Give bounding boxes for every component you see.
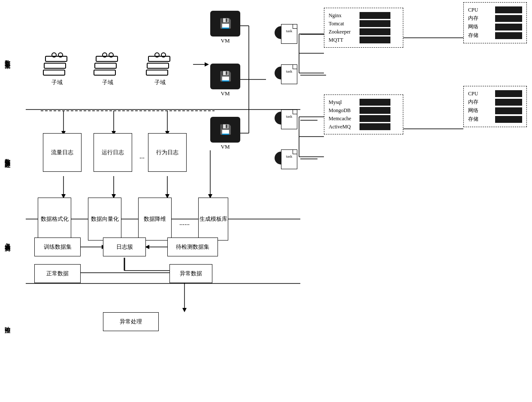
domain-label-1: 子域: [51, 79, 63, 86]
vm-label-3: VM: [221, 143, 230, 150]
metric-row-memory-2: 内存: [468, 98, 522, 106]
service-row-mongodb: MongoDB: [329, 107, 399, 114]
services-box-2: Mysql MongoDB Memcache ActiveMQ: [324, 94, 403, 134]
domain-icon-1: 子域: [43, 56, 71, 86]
label-data-preprocessing: 数据预处理: [3, 155, 11, 159]
task-icon-3: task: [275, 110, 298, 131]
vm-label-1: VM: [221, 37, 230, 44]
services-box-1: Nginx Tomcat Zookeeper MQTT: [324, 8, 403, 48]
task-icon-2: task: [275, 64, 298, 86]
vm-icon-2: 💾 VM: [210, 64, 240, 97]
service-row-activemq: ActiveMQ: [329, 123, 399, 130]
box-normal-data: 正常数据: [34, 264, 81, 283]
metric-row-memory-1: 内存: [468, 15, 522, 22]
service-row-memcache: Memcache: [329, 115, 399, 122]
metric-row-storage-1: 存储: [468, 32, 522, 39]
box-data-vectorize: 数据向量化: [88, 198, 121, 241]
metric-row-cpu-2: CPU: [468, 90, 522, 97]
ellipsis-preprocess: ......: [179, 219, 190, 227]
service-row-nginx: Nginx: [329, 12, 399, 19]
task-icon-1: task: [275, 24, 298, 46]
label-intrusion-detection: 入侵检测: [3, 238, 11, 242]
diagram-container: 数据采集 数据预处理 入侵检测 响应 子域 子域: [0, 0, 532, 402]
label-data-collection: 数据采集: [3, 56, 11, 59]
vm-icon-3: 💾 VM: [210, 117, 240, 150]
vm-icon-1: 💾 VM: [210, 11, 240, 44]
svg-marker-11: [205, 62, 209, 67]
diagram-arrows: [0, 0, 532, 402]
metrics-box-2: CPU 内存 网络 存储: [463, 86, 527, 127]
service-row-zookeeper: Zookeeper: [329, 28, 399, 35]
metric-row-network-2: 网络: [468, 107, 522, 114]
box-log-cluster: 日志簇: [103, 238, 146, 256]
domain-icon-2: 子域: [94, 56, 121, 86]
task-icon-4: task: [275, 149, 298, 171]
ellipsis-logs: ...: [139, 152, 145, 160]
vm-label-2: VM: [221, 90, 230, 97]
metrics-box-1: CPU 内存 网络 存储: [463, 2, 527, 43]
metric-row-storage-2: 存储: [468, 116, 522, 123]
box-to-detect: 待检测数据集: [167, 238, 218, 256]
box-data-reduce: 数据降维: [138, 198, 172, 241]
service-row-mqtt: MQTT: [329, 37, 399, 43]
box-abnormal-data: 异常数据: [169, 264, 212, 283]
metric-row-cpu-1: CPU: [468, 6, 522, 13]
box-behavior-log: 行为日志: [148, 133, 187, 172]
domain-icon-3: 子域: [146, 56, 174, 86]
domain-label-3: 子域: [154, 79, 166, 86]
box-flow-log: 流量日志: [43, 133, 82, 172]
domain-label-2: 子域: [102, 79, 113, 86]
metric-row-network-1: 网络: [468, 23, 522, 30]
box-response: 异常处理: [103, 312, 159, 331]
service-row-tomcat: Tomcat: [329, 20, 399, 27]
svg-marker-30: [182, 308, 187, 312]
box-training-data: 训练数据集: [34, 238, 81, 256]
connector-lines: [0, 0, 532, 402]
label-response: 响应: [3, 322, 11, 324]
service-row-mysql: Mysql: [329, 99, 399, 106]
box-template-lib: 生成模板库: [198, 198, 228, 241]
box-running-log: 运行日志: [94, 133, 132, 172]
box-data-format: 数据格式化: [38, 198, 71, 241]
